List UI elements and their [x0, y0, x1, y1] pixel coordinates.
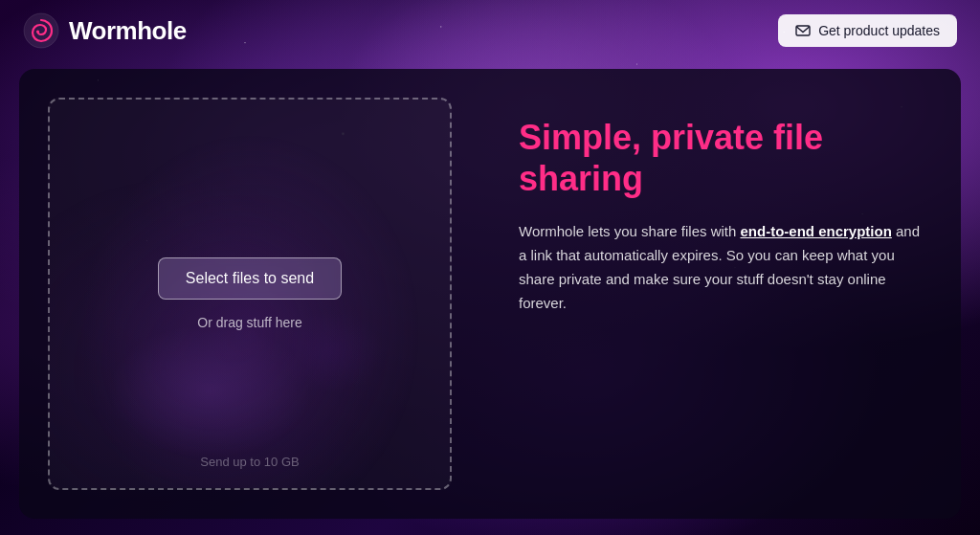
svg-point-0	[24, 13, 58, 48]
description-bold: end-to-end encryption	[740, 223, 891, 239]
get-updates-label: Get product updates	[818, 23, 940, 38]
select-files-button[interactable]: Select files to send	[158, 257, 342, 300]
main-card: Select files to send Or drag stuff here …	[19, 69, 961, 519]
drag-hint-text: Or drag stuff here	[197, 315, 301, 330]
drop-zone[interactable]: Select files to send Or drag stuff here …	[48, 98, 452, 490]
logo-icon	[23, 12, 59, 49]
svg-point-1	[36, 31, 39, 33]
description: Wormhole lets you share files with end-t…	[519, 220, 923, 315]
mail-icon	[795, 23, 811, 38]
logo-area: Wormhole	[23, 12, 187, 49]
description-plain: Wormhole lets you share files with	[519, 223, 740, 239]
header: Wormhole Get product updates	[0, 0, 980, 61]
get-updates-button[interactable]: Get product updates	[778, 14, 957, 47]
drop-zone-panel: Select files to send Or drag stuff here …	[19, 69, 480, 519]
tagline: Simple, private file sharing	[519, 117, 923, 199]
logo-text: Wormhole	[69, 16, 187, 46]
size-limit-text: Send up to 10 GB	[200, 455, 299, 469]
info-panel: Simple, private file sharing Wormhole le…	[480, 69, 961, 519]
